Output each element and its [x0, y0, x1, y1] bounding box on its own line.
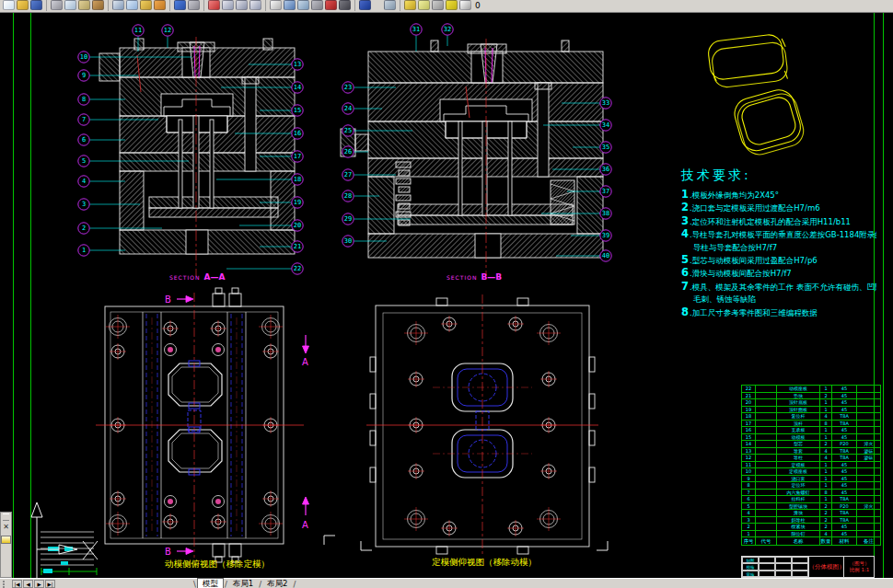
parts-row: 17顶杆8T8A	[742, 420, 881, 427]
edit-pencil-icon[interactable]	[92, 0, 104, 10]
tab-模型[interactable]: 模型	[197, 578, 224, 588]
parts-row: 5型腔镶块2P20淬火	[742, 502, 881, 510]
toolbar-separator	[169, 0, 170, 11]
parts-row: 12导柱4T8A渗碳	[742, 455, 881, 462]
save-icon[interactable]	[30, 0, 42, 10]
help-icon[interactable]	[359, 0, 371, 10]
parts-row: 18复位杆4T8A	[742, 413, 881, 421]
docked-toolbar-strip: ✕	[0, 512, 12, 578]
zoom-in-icon[interactable]	[249, 0, 261, 10]
parts-row: 9浇口套145	[742, 475, 881, 482]
tabbar-grip[interactable]	[3, 581, 10, 588]
balloon-number: 1	[82, 247, 86, 254]
plan-moving-view: A A B B	[96, 288, 309, 562]
cell-grid-icon[interactable]	[339, 0, 351, 10]
tech-requirement-item: 4.导柱导套孔对模板平面的垂直度公差按GB-1184附录的4级	[681, 228, 876, 241]
balloon-number: 14	[294, 84, 301, 91]
zoom-previous-icon[interactable]	[236, 0, 248, 10]
balloon-number: 20	[294, 222, 301, 229]
table-icon[interactable]	[284, 0, 296, 10]
parts-row: 15动模板145	[742, 433, 881, 441]
balloon-number: 32	[444, 26, 451, 33]
table-style-icon[interactable]	[297, 0, 309, 10]
toolbar-separator	[400, 0, 400, 11]
layer-on-bulb-icon[interactable]	[404, 0, 416, 10]
parts-row: 22动模座板145	[742, 386, 881, 393]
layer-swatch-icon[interactable]	[1, 536, 11, 544]
balloon-number: 13	[294, 61, 301, 68]
balloon-number: 27	[344, 171, 352, 179]
part-3d-top-view	[707, 33, 790, 89]
tech-requirement-item: 7.模具、模架及其余零件的工作 表面不允许有碰伤、凹陷、裂纹、	[681, 281, 876, 294]
balloon-number: 16	[294, 130, 301, 137]
title-block-role: 制图	[742, 557, 759, 563]
publish-icon[interactable]	[78, 0, 90, 10]
undo-icon[interactable]	[174, 0, 186, 10]
layers-icon[interactable]	[384, 0, 396, 10]
technical-requirements: 技术要求: 1.模板外缘倒角均为2X45°2.浇口套与定模板采用过渡配合H7/m…	[681, 167, 876, 319]
balloon-number: 7	[82, 116, 86, 123]
new-icon[interactable]	[3, 0, 15, 10]
dock-grip[interactable]	[3, 513, 9, 521]
toolbar-separator	[265, 0, 266, 11]
title-block-roles: 制图校核审核	[742, 557, 808, 577]
tab-nav-button[interactable]: |◀	[12, 580, 22, 588]
zoom-window-icon[interactable]	[222, 0, 234, 10]
tab-布局1[interactable]: 布局1	[228, 579, 258, 588]
title-block-cell	[775, 557, 792, 563]
title-block: 制图校核审核 （分体模图） （图号） 比例 1:1	[741, 556, 875, 578]
parts-header-row: 序号代号名称数量材料备注	[742, 537, 881, 546]
parts-row: 16支承板145	[742, 427, 881, 434]
markup-icon[interactable]	[325, 0, 337, 10]
svg-text:B: B	[165, 294, 171, 305]
section-b-label: SECTIONB—B	[446, 266, 502, 283]
layer-freeze-sun-icon[interactable]	[418, 0, 430, 10]
erase-icon[interactable]: ✕	[1, 523, 11, 532]
tech-requirement-item: 8.加工尺寸参考零件图和三维编程数据	[681, 306, 876, 319]
layer-color-swatch-icon[interactable]	[446, 0, 458, 10]
detail-strip	[41, 532, 94, 565]
standard-toolbar: 0	[0, 0, 893, 13]
pencil-icon[interactable]	[154, 0, 166, 10]
layer-lock-icon[interactable]	[432, 0, 444, 10]
layer-plot-icon[interactable]	[459, 0, 471, 10]
balloon-number: 6	[82, 136, 86, 144]
parts-row: 20顶针底板145	[742, 399, 881, 407]
parts-row: 13导套4T8A渗碳	[742, 447, 881, 455]
section-a-label: SECTIONA—A	[169, 266, 225, 283]
tab-布局2[interactable]: 布局2	[262, 579, 292, 588]
tech-requirement-item: 1.模板外缘倒角均为2X45°	[681, 189, 876, 202]
redo-icon[interactable]	[188, 0, 200, 10]
title-block-role: 审核	[742, 571, 759, 577]
tab-nav-button[interactable]: ▶|	[45, 580, 55, 588]
balloon-number: 9	[82, 72, 86, 79]
balloon-number: 38	[602, 210, 609, 217]
plot-icon[interactable]	[51, 0, 63, 10]
balloon-number: 22	[294, 265, 301, 272]
zoom-out-icon[interactable]	[208, 0, 220, 10]
tab-nav-button[interactable]: ▶	[34, 580, 44, 588]
parts-row: 11定模板145	[742, 461, 881, 468]
toolbar-separator	[354, 0, 355, 11]
viewport-corner-marks	[324, 536, 608, 550]
tech-requirement-item: 6.滑块与动模板间配合按H7/f7	[681, 267, 876, 280]
balloon-number: 25	[344, 127, 352, 134]
svg-text:A: A	[302, 357, 308, 367]
sheet-set-icon[interactable]	[311, 0, 323, 10]
plot-preview-icon[interactable]	[64, 0, 76, 10]
balloon-number: 36	[602, 166, 609, 173]
parts-row: 19顶针面板145	[742, 406, 881, 413]
title-block-cell	[775, 571, 792, 577]
tab-nav-button[interactable]: ◀	[23, 580, 33, 588]
balloon-number: 39	[602, 232, 609, 239]
parts-row: 6拉料杆1T8A	[742, 496, 881, 503]
match-properties-icon[interactable]	[140, 0, 152, 10]
balloon-number: 3	[82, 201, 86, 208]
copy-icon[interactable]	[126, 0, 138, 10]
open-icon[interactable]	[17, 0, 29, 10]
zoom-realtime-icon[interactable]	[112, 0, 124, 10]
model-layout-tabbar: |◀◀▶▶| \模型/布局1/布局2/	[0, 578, 893, 588]
text-style-icon[interactable]	[270, 0, 282, 10]
parts-row: 1限位钉445	[742, 530, 881, 537]
balloon-number: 21	[294, 243, 301, 250]
